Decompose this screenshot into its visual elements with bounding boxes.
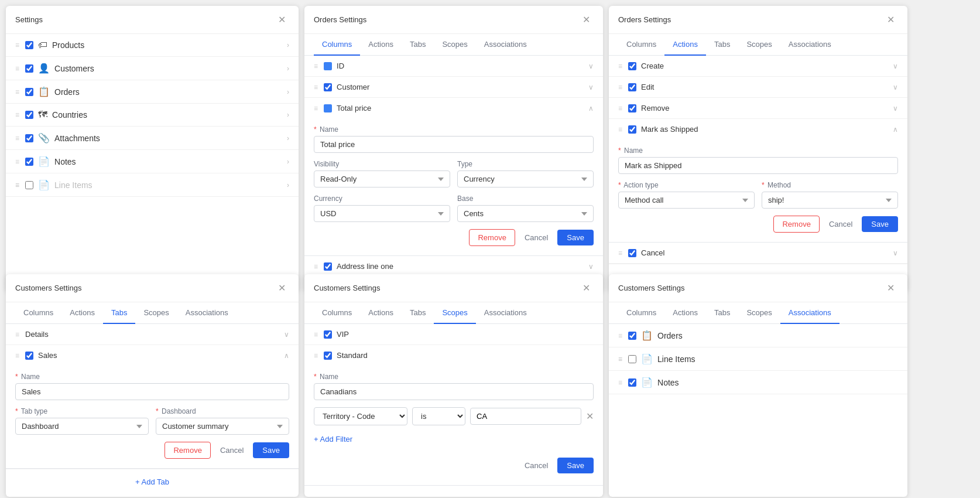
tab-tabs-2[interactable]: Tabs bbox=[706, 34, 738, 56]
filter-field-select[interactable]: Territory - Code Name Email bbox=[314, 407, 407, 425]
checkbox-notes[interactable] bbox=[25, 158, 33, 166]
checkbox-customer[interactable] bbox=[324, 83, 332, 91]
scope-name-input[interactable] bbox=[314, 383, 594, 400]
settings-item-notes[interactable]: ≡ 📄 Notes › bbox=[6, 150, 299, 173]
cancel-scope-btn[interactable]: Cancel bbox=[520, 458, 553, 473]
save-mark-shipped-btn[interactable]: Save bbox=[862, 216, 898, 232]
cancel-mark-shipped-btn[interactable]: Cancel bbox=[824, 216, 857, 232]
type-select[interactable]: Currency Text Number bbox=[457, 170, 594, 187]
tab-actions-cs[interactable]: Actions bbox=[360, 302, 402, 324]
filter-operator-select[interactable]: is is not contains bbox=[412, 407, 465, 425]
tab-columns-1[interactable]: Columns bbox=[314, 34, 360, 56]
visibility-select[interactable]: Read-Only Editable Hidden bbox=[314, 170, 450, 187]
checkbox-sales[interactable] bbox=[25, 352, 33, 360]
tab-tabs-ct[interactable]: Tabs bbox=[103, 302, 135, 324]
expand-details[interactable]: ∨ bbox=[284, 330, 289, 339]
checkbox-create[interactable] bbox=[628, 62, 636, 70]
checkbox-edit[interactable] bbox=[628, 83, 636, 91]
action-name-row: * Name bbox=[618, 146, 898, 174]
cancel-total-price-btn[interactable]: Cancel bbox=[520, 230, 553, 245]
sales-name-input[interactable] bbox=[15, 383, 289, 400]
settings-item-attachments[interactable]: ≡ 📎 Attachments › bbox=[6, 127, 299, 150]
checkbox-countries[interactable] bbox=[25, 111, 33, 119]
checkbox-assoc-notes[interactable] bbox=[628, 378, 636, 387]
tab-type-select[interactable]: Dashboard Standard bbox=[15, 418, 149, 435]
remove-mark-shipped-btn[interactable]: Remove bbox=[773, 216, 819, 233]
cancel-sales-btn[interactable]: Cancel bbox=[215, 442, 248, 458]
expand-total-price[interactable]: ∧ bbox=[588, 104, 594, 112]
expand-create[interactable]: ∨ bbox=[893, 62, 898, 70]
tab-actions-ca[interactable]: Actions bbox=[664, 302, 706, 324]
checkbox-cancel-action[interactable] bbox=[628, 249, 636, 257]
remove-sales-btn[interactable]: Remove bbox=[165, 442, 210, 459]
tab-associations-2[interactable]: Associations bbox=[780, 34, 839, 56]
tab-scopes-cs[interactable]: Scopes bbox=[434, 302, 475, 324]
customers-associations-close-btn[interactable]: ✕ bbox=[883, 281, 898, 295]
settings-item-countries[interactable]: ≡ 🗺 Countries › bbox=[6, 104, 299, 127]
tab-associations-cs[interactable]: Associations bbox=[476, 302, 535, 324]
settings-close-btn[interactable]: ✕ bbox=[275, 13, 289, 26]
method-select[interactable]: ship! cancel! archive! bbox=[762, 192, 898, 209]
filter-remove-btn[interactable]: ✕ bbox=[586, 411, 594, 422]
checkbox-attachments[interactable] bbox=[25, 134, 33, 142]
checkbox-assoc-line-items[interactable] bbox=[628, 355, 636, 363]
currency-select[interactable]: USD EUR GBP bbox=[314, 205, 450, 222]
name-input[interactable] bbox=[314, 136, 594, 153]
filter-value-input[interactable] bbox=[470, 408, 581, 425]
checkbox-remove-action[interactable] bbox=[628, 104, 636, 112]
action-type-select[interactable]: Method call URL Script bbox=[618, 192, 755, 209]
tab-scopes-2[interactable]: Scopes bbox=[738, 34, 780, 56]
checkbox-line-items[interactable] bbox=[25, 181, 33, 189]
orders-actions-close-btn[interactable]: ✕ bbox=[883, 13, 898, 26]
checkbox-customers[interactable] bbox=[25, 64, 33, 73]
checkbox-vip[interactable] bbox=[324, 330, 332, 339]
save-sales-btn[interactable]: Save bbox=[253, 442, 289, 458]
tab-columns-2[interactable]: Columns bbox=[618, 34, 664, 56]
tab-associations-ct[interactable]: Associations bbox=[177, 302, 237, 324]
settings-item-orders[interactable]: ≡ 📋 Orders › bbox=[6, 80, 299, 104]
settings-item-line-items[interactable]: ≡ 📄 Line Items › bbox=[6, 173, 299, 197]
tab-scopes-ct[interactable]: Scopes bbox=[135, 302, 177, 324]
orders-columns-close-btn[interactable]: ✕ bbox=[579, 13, 594, 26]
checkbox-mark-shipped[interactable] bbox=[628, 125, 636, 134]
checkbox-orders[interactable] bbox=[25, 88, 33, 96]
remove-total-price-btn[interactable]: Remove bbox=[469, 229, 515, 246]
checkbox-products[interactable] bbox=[25, 41, 33, 49]
customers-tabs-close-btn[interactable]: ✕ bbox=[275, 281, 289, 295]
tab-associations-1[interactable]: Associations bbox=[476, 34, 535, 56]
expand-customer[interactable]: ∨ bbox=[588, 83, 594, 91]
add-tab-btn[interactable]: + Add Tab bbox=[15, 472, 289, 492]
tab-columns-cs[interactable]: Columns bbox=[314, 302, 360, 324]
tab-columns-ct[interactable]: Columns bbox=[15, 302, 61, 324]
tab-actions-1[interactable]: Actions bbox=[360, 34, 402, 56]
save-total-price-btn[interactable]: Save bbox=[557, 230, 594, 245]
tab-tabs-1[interactable]: Tabs bbox=[402, 34, 434, 56]
tab-scopes-ca[interactable]: Scopes bbox=[738, 302, 780, 324]
tab-actions-2[interactable]: Actions bbox=[664, 34, 706, 56]
expand-id[interactable]: ∨ bbox=[588, 62, 594, 70]
tab-actions-ct[interactable]: Actions bbox=[61, 302, 103, 324]
save-scope-btn[interactable]: Save bbox=[557, 458, 594, 473]
expand-address[interactable]: ∨ bbox=[588, 262, 594, 271]
expand-remove[interactable]: ∨ bbox=[893, 104, 898, 112]
tab-scopes-1[interactable]: Scopes bbox=[434, 34, 475, 56]
checkbox-assoc-orders[interactable] bbox=[628, 332, 636, 340]
settings-item-products[interactable]: ≡ 🏷 Products › bbox=[6, 34, 299, 57]
base-select[interactable]: Cents Dollars bbox=[457, 205, 594, 222]
settings-item-customers[interactable]: ≡ 👤 Customers › bbox=[6, 57, 299, 80]
checkbox-standard[interactable] bbox=[324, 352, 332, 360]
customers-scopes-close-btn[interactable]: ✕ bbox=[579, 281, 594, 295]
action-name-input[interactable] bbox=[618, 157, 898, 174]
expand-mark-shipped[interactable]: ∧ bbox=[893, 125, 898, 134]
expand-sales[interactable]: ∧ bbox=[284, 352, 289, 360]
dashboard-select[interactable]: Customer summary Sales overview bbox=[156, 418, 289, 435]
tab-columns-ca[interactable]: Columns bbox=[618, 302, 664, 324]
checkbox-address[interactable] bbox=[324, 262, 332, 271]
tab-associations-ca[interactable]: Associations bbox=[780, 302, 839, 324]
expand-cancel-action[interactable]: ∨ bbox=[893, 249, 898, 257]
tab-tabs-cs[interactable]: Tabs bbox=[402, 302, 434, 324]
mark-shipped-actions: Remove Cancel Save bbox=[618, 216, 898, 233]
add-filter-btn[interactable]: + Add Filter bbox=[314, 430, 352, 448]
expand-edit[interactable]: ∨ bbox=[893, 83, 898, 91]
tab-tabs-ca[interactable]: Tabs bbox=[706, 302, 738, 324]
